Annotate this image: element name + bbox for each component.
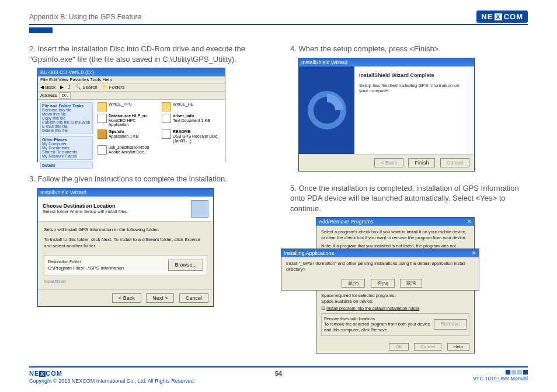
sidebar-item[interactable]: Shared Documents <box>42 150 91 154</box>
folder-icon <box>162 102 171 111</box>
remove-group-label: Remove from both locations <box>324 316 430 321</box>
file-icon <box>162 130 171 139</box>
toolbar-search[interactable]: 🔍 Search <box>75 85 98 90</box>
toolbar-fwd[interactable]: ▶ <box>60 85 64 90</box>
wizard-heading: Choose Destination Location <box>43 203 128 209</box>
screenshot-add-remove: Add/Remove Programs✕ Select a program's … <box>298 217 474 353</box>
sidebar-item[interactable]: Publish this file to the Web <box>42 120 91 124</box>
wizard-body-text: Setup will install GPS Information in th… <box>44 226 207 233</box>
screenshot-explorer: BU-303 CD Ver5.0 (D:) File Edit View Fav… <box>37 68 225 162</box>
back-button[interactable]: < Back <box>112 293 141 303</box>
footer-copyright: Copyright © 2013 NEXCOM International Co… <box>29 378 195 384</box>
dialog-text: Select a program's check box if you want… <box>321 229 469 241</box>
sidebar-group-details: Details <box>42 163 91 167</box>
step-5-text: 5. Once the installation is completed, i… <box>290 183 528 214</box>
step-2-text: 2. Insert the Installation Disc into CD-… <box>29 44 267 64</box>
file-icon <box>98 114 107 123</box>
explorer-file-pane: WinCE_PPC WinCE_HE Datasource.HLP_ruHolo… <box>95 100 225 164</box>
wizard-body-text: To install to this folder, click Next. T… <box>44 236 207 249</box>
dest-folder-label: Destination Folder <box>48 259 124 265</box>
cancel-button[interactable]: Cancel <box>179 293 208 303</box>
close-icon[interactable]: ✕ <box>467 219 472 225</box>
step-4-text: 4. When the setup complete, press <Finis… <box>290 44 528 54</box>
close-icon[interactable]: ✕ <box>472 250 476 256</box>
sidebar-group-tasks: File and Folder Tasks <box>42 104 91 108</box>
explorer-titlebar: BU-303 CD Ver5.0 (D:) <box>38 68 225 76</box>
page-footer: NEXCOM Copyright © 2013 NEXCOM Internati… <box>29 366 528 384</box>
file-item[interactable]: READMEUSB GPS Receiver Disc (Jan03-...) <box>162 130 220 143</box>
finish-button[interactable]: Finish <box>408 158 435 167</box>
file-item[interactable]: Datasource.HLP_ruHoloCEO HPC Application <box>98 114 156 127</box>
no-button[interactable]: 否(N) <box>371 279 395 288</box>
footer-page-number: 54 <box>275 370 282 377</box>
footer-decoration <box>473 370 528 374</box>
wizard-titlebar: InstallShield Wizard <box>38 188 213 197</box>
file-gpsinfo[interactable]: GpsinfoApplication 1 KB <box>98 130 156 143</box>
space-required-label: Space required for selected programs: <box>321 293 469 299</box>
toolbar-up[interactable]: ⤴ <box>68 85 71 90</box>
folder-icon <box>98 102 107 111</box>
cancel-button: Cancel <box>414 343 441 351</box>
screenshot-wizard-destination: InstallShield Wizard Choose Destination … <box>37 188 214 307</box>
sidebar-item[interactable]: E-mail this file <box>42 124 91 128</box>
sidebar-item[interactable]: Delete this file <box>42 128 91 132</box>
wizard-subheading: Select folder where Setup will install f… <box>43 209 128 214</box>
file-item[interactable]: usb_specification4500 Adobe Acrobat Doc.… <box>98 145 156 155</box>
cancel-button: Cancel <box>440 158 469 167</box>
step-3-text: 3. Follow the given instructions to comp… <box>29 174 267 184</box>
wizard-complete-body: Setup has finished installing GPS Inform… <box>359 83 469 93</box>
cancel-button[interactable]: 取消 <box>400 279 422 288</box>
sidebar-item[interactable]: My Documents <box>42 146 91 150</box>
sidebar-item[interactable]: My Computer <box>42 142 91 146</box>
wizard-complete-heading: InstallShield Wizard Complete <box>359 72 469 78</box>
next-button[interactable]: Next > <box>146 293 174 303</box>
footer-logo: NEXCOM <box>29 370 195 377</box>
brand-logo: NEXCOM <box>476 10 528 23</box>
space-available-label: Space available on device: <box>321 299 469 304</box>
help-button[interactable]: Help <box>447 343 469 351</box>
exe-icon <box>98 130 107 139</box>
screenshot-wizard-finish: InstallShield Wizard InstallShield Wizar… <box>298 58 475 172</box>
remove-button: Remove <box>434 319 467 330</box>
footer-manual-title: VTC 1010 User Manual <box>473 376 528 382</box>
wizard-titlebar: InstallShield Wizard <box>299 58 474 66</box>
file-icon <box>162 114 171 123</box>
wizard-header-icon <box>191 200 208 218</box>
dialog-title: Add/Remove Programs <box>319 219 374 225</box>
checkbox-default-folder[interactable]: ☑ <box>321 306 325 311</box>
yes-button[interactable]: 是(Y) <box>342 279 365 288</box>
explorer-toolbar[interactable]: ◀ Back ▶ ⤴ 🔍 Search 📁 Folders <box>38 83 225 92</box>
sidebar-item[interactable]: Move this file <box>42 112 91 116</box>
dialog-title: Installing Applications <box>284 250 334 256</box>
accent-bar <box>29 27 53 33</box>
toolbar-folders[interactable]: 📁 Folders <box>102 85 125 90</box>
installshield-label: InstallShield <box>44 279 207 285</box>
sidebar-item[interactable]: Copy this file <box>42 116 91 120</box>
sidebar-item[interactable]: My Network Places <box>42 154 91 158</box>
sidebar-item[interactable]: Rename this file <box>42 108 91 112</box>
explorer-sidebar: File and Folder Tasks Rename this file M… <box>38 100 95 164</box>
page-header-title: Appendix B: Using the GPS Feature <box>29 13 141 21</box>
ok-button: OK <box>389 343 409 351</box>
dest-folder-path: C:\Program Files\...\GPS Information <box>48 265 124 271</box>
dialog-text: Install "_GPS Information" and other pen… <box>281 257 479 276</box>
file-item[interactable]: WinCE_HE <box>162 102 220 111</box>
file-item[interactable]: driver_infoText Document 1 KB <box>162 114 220 127</box>
browse-button[interactable]: Browse... <box>168 260 203 271</box>
sidebar-group-places: Other Places <box>42 138 91 142</box>
explorer-menubar[interactable]: File Edit View Favorites Tools Help <box>38 76 225 83</box>
explorer-address-bar[interactable]: Address D:\ <box>38 92 225 100</box>
toolbar-back[interactable]: ◀ Back <box>40 85 55 90</box>
file-item[interactable]: WinCE_PPC <box>98 102 156 111</box>
pdf-icon <box>98 145 107 155</box>
wizard-side-graphic <box>299 66 354 154</box>
back-button: < Back <box>374 158 403 167</box>
remove-group-text: To remove the selected program from both… <box>324 321 430 333</box>
